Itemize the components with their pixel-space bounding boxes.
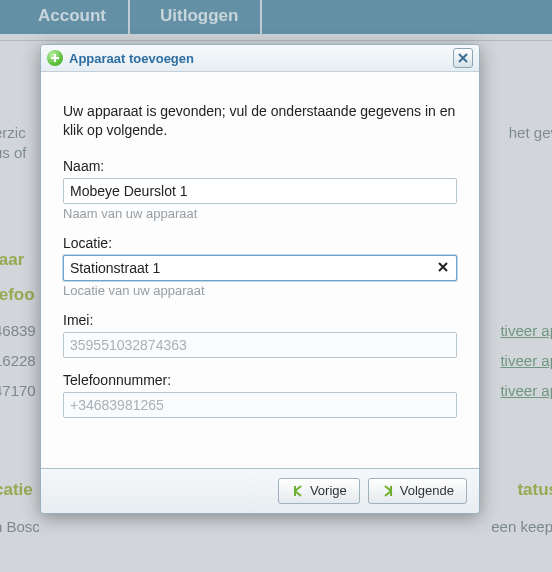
next-icon xyxy=(381,484,395,498)
modal-body: Uw apparaat is gevonden; vul de ondersta… xyxy=(41,72,479,468)
modal-title: Apparaat toevoegen xyxy=(69,51,453,66)
name-label: Naam: xyxy=(63,158,457,174)
phone-input xyxy=(63,392,457,418)
modal-footer: Vorige Volgende xyxy=(41,468,479,513)
next-label: Volgende xyxy=(400,483,454,498)
previous-button[interactable]: Vorige xyxy=(278,478,360,504)
close-icon xyxy=(458,53,468,63)
close-button[interactable] xyxy=(453,48,473,68)
location-helper: Locatie van uw apparaat xyxy=(63,283,457,298)
add-device-modal: Apparaat toevoegen Uw apparaat is gevond… xyxy=(40,44,480,514)
previous-icon xyxy=(291,484,305,498)
name-input[interactable] xyxy=(63,178,457,204)
phone-label: Telefoonnummer: xyxy=(63,372,457,388)
previous-label: Vorige xyxy=(310,483,347,498)
clear-location-button[interactable] xyxy=(435,260,451,276)
name-helper: Naam van uw apparaat xyxy=(63,206,457,221)
imei-label: Imei: xyxy=(63,312,457,328)
modal-titlebar: Apparaat toevoegen xyxy=(41,45,479,72)
intro-text: Uw apparaat is gevonden; vul de ondersta… xyxy=(63,102,457,140)
location-input[interactable] xyxy=(63,255,457,281)
location-label: Locatie: xyxy=(63,235,457,251)
x-icon xyxy=(438,262,448,272)
add-icon xyxy=(47,50,63,66)
next-button[interactable]: Volgende xyxy=(368,478,467,504)
imei-input xyxy=(63,332,457,358)
